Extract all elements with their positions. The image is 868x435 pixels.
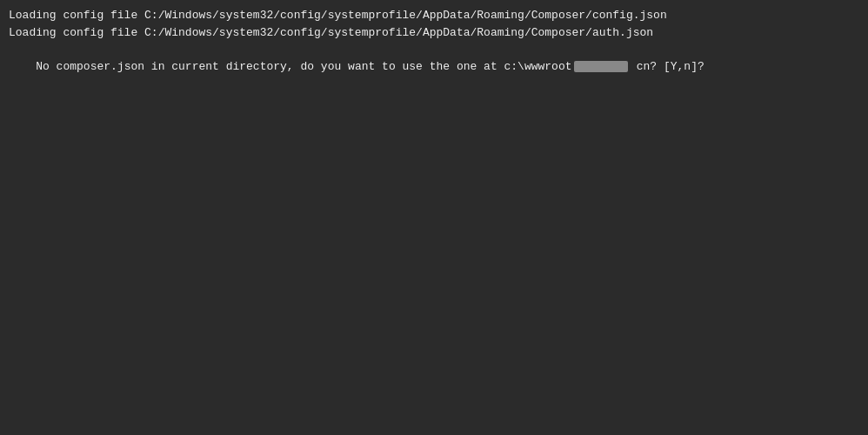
terminal-line-3: No composer.json in current directory, d… bbox=[9, 41, 859, 92]
terminal-line-1: Loading config file C:/Windows/system32/… bbox=[9, 7, 859, 24]
terminal-window[interactable]: Loading config file C:/Windows/system32/… bbox=[0, 0, 868, 435]
line3-text-before: No composer.json in current directory, d… bbox=[36, 60, 571, 73]
terminal-line-2: Loading config file C:/Windows/system32/… bbox=[9, 24, 859, 42]
redacted-path bbox=[574, 61, 628, 72]
line3-text-after: cn? [Y,n]? bbox=[630, 60, 704, 73]
